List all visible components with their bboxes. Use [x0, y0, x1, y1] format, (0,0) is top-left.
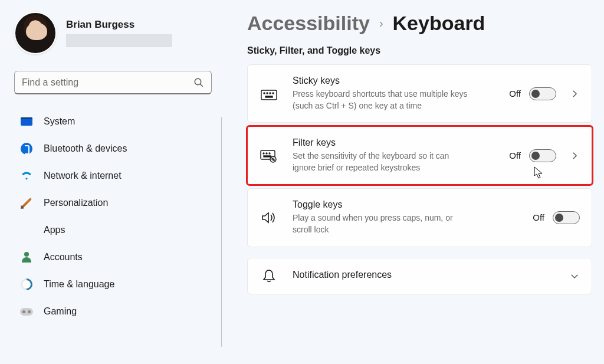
card-title: Toggle keys: [293, 199, 470, 210]
toggle-state-label: Off: [509, 88, 521, 99]
nav-label: Network & internet: [44, 170, 122, 181]
toggle-switch[interactable]: [529, 149, 556, 162]
nav-list: System Bluetooth & devices Network & int…: [14, 109, 211, 324]
svg-point-6: [270, 93, 271, 94]
card-title: Sticky keys: [293, 76, 470, 86]
apps-icon: [20, 224, 33, 237]
globe-clock-icon: [20, 278, 33, 291]
person-icon: [20, 251, 33, 264]
svg-point-12: [269, 153, 270, 154]
nav-label: Personalization: [44, 198, 108, 208]
nav-item-personalization[interactable]: Personalization: [14, 190, 211, 216]
card-description: Set the sensitivity of the keyboard so i…: [293, 150, 470, 173]
nav-label: Bluetooth & devices: [44, 143, 127, 154]
vertical-divider: [221, 117, 222, 347]
toggle-state-label: Off: [509, 150, 521, 160]
search-icon: [193, 77, 204, 88]
setting-card-filter-keys[interactable]: Filter keys Set the sensitivity of the k…: [247, 126, 592, 185]
gamepad-icon: [20, 305, 33, 318]
svg-point-4: [264, 93, 265, 94]
svg-rect-3: [261, 90, 277, 100]
main-content: Accessibility › Keyboard Sticky, Filter,…: [221, 0, 604, 364]
svg-point-10: [263, 153, 264, 154]
svg-rect-8: [265, 96, 273, 97]
bluetooth-icon: [20, 142, 33, 155]
expand-chevron-icon[interactable]: [569, 88, 580, 99]
svg-point-7: [273, 93, 274, 94]
expand-chevron-down-icon[interactable]: [569, 271, 580, 281]
nav-item-bluetooth[interactable]: Bluetooth & devices: [14, 136, 211, 162]
expand-chevron-icon[interactable]: [569, 150, 580, 161]
svg-point-11: [266, 153, 267, 154]
card-description: Play a sound when you press caps, num, o…: [293, 212, 470, 235]
svg-line-1: [200, 84, 203, 87]
nav-label: Gaming: [44, 306, 77, 317]
avatar: [14, 12, 57, 54]
system-icon: [20, 115, 33, 128]
mouse-cursor-icon: [534, 166, 543, 179]
page-title: Keyboard: [393, 12, 485, 35]
bell-icon: [260, 269, 278, 283]
profile-name: Brian Burgess: [66, 19, 172, 31]
speaker-icon: [260, 211, 278, 224]
profile-block[interactable]: Brian Burgess: [14, 12, 211, 54]
setting-card-notification-preferences[interactable]: Notification preferences: [247, 258, 592, 294]
card-title: Notification preferences: [293, 270, 555, 280]
nav-item-apps[interactable]: Apps: [14, 217, 211, 243]
nav-item-gaming[interactable]: Gaming: [14, 299, 211, 324]
nav-item-network[interactable]: Network & internet: [14, 163, 211, 189]
setting-card-toggle-keys[interactable]: Toggle keys Play a sound when you press …: [247, 188, 592, 247]
toggle-switch[interactable]: [529, 87, 556, 100]
search-input[interactable]: [22, 77, 193, 88]
paintbrush-icon: [20, 196, 33, 209]
nav-label: System: [44, 116, 75, 127]
breadcrumb-parent[interactable]: Accessibility: [247, 12, 370, 35]
section-heading: Sticky, Filter, and Toggle keys: [247, 45, 592, 56]
chevron-right-icon: ›: [379, 17, 383, 30]
sidebar: Brian Burgess System Bluetooth & devices…: [0, 0, 221, 364]
nav-item-time-language[interactable]: Time & language: [14, 271, 211, 297]
svg-point-2: [25, 178, 27, 179]
profile-email-redacted: [66, 34, 172, 47]
toggle-switch[interactable]: [553, 211, 580, 224]
breadcrumb: Accessibility › Keyboard: [247, 12, 592, 35]
nav-item-system[interactable]: System: [14, 109, 211, 135]
card-description: Press keyboard shortcuts that use multip…: [293, 88, 470, 112]
wifi-icon: [20, 169, 33, 182]
nav-label: Time & language: [44, 279, 114, 290]
svg-point-5: [267, 93, 268, 94]
setting-card-sticky-keys[interactable]: Sticky keys Press keyboard shortcuts tha…: [247, 64, 592, 123]
toggle-state-label: Off: [533, 212, 544, 222]
keyboard-icon: [260, 87, 278, 100]
keyboard-filter-icon: [260, 149, 278, 163]
search-box[interactable]: [14, 71, 212, 94]
nav-label: Accounts: [44, 252, 83, 263]
svg-rect-13: [264, 156, 271, 157]
nav-label: Apps: [44, 225, 65, 235]
card-title: Filter keys: [293, 137, 470, 148]
nav-item-accounts[interactable]: Accounts: [14, 244, 211, 270]
svg-point-0: [195, 78, 201, 85]
